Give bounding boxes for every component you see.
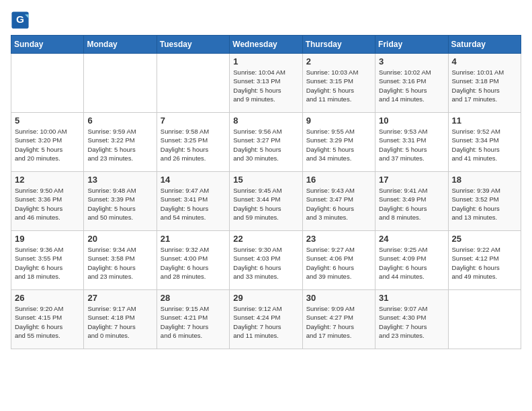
day-info: Sunrise: 9:27 AM Sunset: 4:06 PM Dayligh… [306,245,371,281]
calendar-cell: 30Sunrise: 9:09 AM Sunset: 4:27 PM Dayli… [302,290,375,349]
calendar-cell: 12Sunrise: 9:50 AM Sunset: 3:36 PM Dayli… [11,172,84,231]
day-info: Sunrise: 10:03 AM Sunset: 3:15 PM Daylig… [306,68,371,103]
day-number: 18 [452,175,517,185]
day-number: 31 [379,293,444,303]
day-info: Sunrise: 9:41 AM Sunset: 3:49 PM Dayligh… [379,186,444,222]
calendar-cell: 5Sunrise: 10:00 AM Sunset: 3:20 PM Dayli… [11,113,84,172]
calendar-cell: 29Sunrise: 9:12 AM Sunset: 4:24 PM Dayli… [230,290,302,349]
day-number: 25 [452,234,517,244]
day-number: 1 [233,56,298,66]
day-info: Sunrise: 9:09 AM Sunset: 4:27 PM Dayligh… [306,304,371,340]
calendar-cell: 24Sunrise: 9:25 AM Sunset: 4:09 PM Dayli… [375,231,448,290]
calendar-cell: 6Sunrise: 9:59 AM Sunset: 3:22 PM Daylig… [84,113,157,172]
calendar-cell: 1Sunrise: 10:04 AM Sunset: 3:13 PM Dayli… [230,54,302,113]
day-info: Sunrise: 9:48 AM Sunset: 3:39 PM Dayligh… [87,186,152,222]
day-number: 13 [87,175,152,185]
day-number: 30 [306,293,371,303]
calendar-cell: 20Sunrise: 9:34 AM Sunset: 3:58 PM Dayli… [84,231,157,290]
header-monday: Monday [84,36,157,54]
calendar-cell: 21Sunrise: 9:32 AM Sunset: 4:00 PM Dayli… [157,231,229,290]
day-number: 17 [379,175,444,185]
calendar-cell [157,54,229,113]
calendar-cell: 22Sunrise: 9:30 AM Sunset: 4:03 PM Dayli… [230,231,302,290]
calendar-cell: 27Sunrise: 9:17 AM Sunset: 4:18 PM Dayli… [84,290,157,349]
calendar-cell: 19Sunrise: 9:36 AM Sunset: 3:55 PM Dayli… [11,231,84,290]
day-info: Sunrise: 9:22 AM Sunset: 4:12 PM Dayligh… [452,245,517,281]
calendar-cell: 28Sunrise: 9:15 AM Sunset: 4:21 PM Dayli… [157,290,229,349]
day-number: 12 [15,175,80,185]
header-wednesday: Wednesday [230,36,302,54]
day-number: 6 [87,116,152,126]
day-info: Sunrise: 9:36 AM Sunset: 3:55 PM Dayligh… [15,245,80,281]
day-number: 16 [306,175,371,185]
calendar-cell: 15Sunrise: 9:45 AM Sunset: 3:44 PM Dayli… [230,172,302,231]
day-info: Sunrise: 9:53 AM Sunset: 3:31 PM Dayligh… [379,127,444,163]
day-info: Sunrise: 9:52 AM Sunset: 3:34 PM Dayligh… [452,127,517,163]
calendar-cell: 2Sunrise: 10:03 AM Sunset: 3:15 PM Dayli… [302,54,375,113]
day-info: Sunrise: 9:55 AM Sunset: 3:29 PM Dayligh… [306,127,371,163]
day-info: Sunrise: 9:15 AM Sunset: 4:21 PM Dayligh… [161,304,226,340]
day-number: 24 [379,234,444,244]
day-number: 22 [233,234,298,244]
day-number: 26 [15,293,80,303]
header-tuesday: Tuesday [157,36,229,54]
day-info: Sunrise: 9:17 AM Sunset: 4:18 PM Dayligh… [87,304,152,340]
calendar-cell: 23Sunrise: 9:27 AM Sunset: 4:06 PM Dayli… [302,231,375,290]
day-info: Sunrise: 9:07 AM Sunset: 4:30 PM Dayligh… [379,304,444,340]
week-row-5: 26Sunrise: 9:20 AM Sunset: 4:15 PM Dayli… [11,290,521,349]
page-header: G [11,11,521,30]
day-info: Sunrise: 10:01 AM Sunset: 3:18 PM Daylig… [452,68,517,103]
logo: G [11,11,31,30]
calendar-cell [448,290,521,349]
calendar-cell [84,54,157,113]
day-info: Sunrise: 9:12 AM Sunset: 4:24 PM Dayligh… [233,304,298,340]
day-info: Sunrise: 10:00 AM Sunset: 3:20 PM Daylig… [15,127,80,163]
day-number: 28 [161,293,226,303]
calendar-cell: 26Sunrise: 9:20 AM Sunset: 4:15 PM Dayli… [11,290,84,349]
week-row-4: 19Sunrise: 9:36 AM Sunset: 3:55 PM Dayli… [11,231,521,290]
week-row-2: 5Sunrise: 10:00 AM Sunset: 3:20 PM Dayli… [11,113,521,172]
day-number: 4 [452,56,517,66]
calendar-cell [11,54,84,113]
header-friday: Friday [375,36,448,54]
calendar-cell: 8Sunrise: 9:56 AM Sunset: 3:27 PM Daylig… [230,113,302,172]
week-row-1: 1Sunrise: 10:04 AM Sunset: 3:13 PM Dayli… [11,54,521,113]
day-info: Sunrise: 9:59 AM Sunset: 3:22 PM Dayligh… [87,127,152,163]
day-number: 8 [233,116,298,126]
day-number: 15 [233,175,298,185]
day-number: 23 [306,234,371,244]
header-thursday: Thursday [302,36,375,54]
day-number: 19 [15,234,80,244]
day-info: Sunrise: 9:56 AM Sunset: 3:27 PM Dayligh… [233,127,298,163]
day-info: Sunrise: 9:30 AM Sunset: 4:03 PM Dayligh… [233,245,298,281]
day-info: Sunrise: 9:39 AM Sunset: 3:52 PM Dayligh… [452,186,517,222]
day-info: Sunrise: 9:47 AM Sunset: 3:41 PM Dayligh… [161,186,226,222]
day-info: Sunrise: 9:34 AM Sunset: 3:58 PM Dayligh… [87,245,152,281]
day-number: 21 [161,234,226,244]
day-info: Sunrise: 9:25 AM Sunset: 4:09 PM Dayligh… [379,245,444,281]
day-number: 2 [306,56,371,66]
calendar-cell: 13Sunrise: 9:48 AM Sunset: 3:39 PM Dayli… [84,172,157,231]
header-saturday: Saturday [448,36,521,54]
day-info: Sunrise: 9:32 AM Sunset: 4:00 PM Dayligh… [161,245,226,281]
calendar-cell: 18Sunrise: 9:39 AM Sunset: 3:52 PM Dayli… [448,172,521,231]
calendar-cell: 25Sunrise: 9:22 AM Sunset: 4:12 PM Dayli… [448,231,521,290]
calendar-cell: 9Sunrise: 9:55 AM Sunset: 3:29 PM Daylig… [302,113,375,172]
day-info: Sunrise: 9:50 AM Sunset: 3:36 PM Dayligh… [15,186,80,222]
day-number: 27 [87,293,152,303]
calendar-cell: 11Sunrise: 9:52 AM Sunset: 3:34 PM Dayli… [448,113,521,172]
day-info: Sunrise: 9:58 AM Sunset: 3:25 PM Dayligh… [161,127,226,163]
day-number: 7 [161,116,226,126]
week-row-3: 12Sunrise: 9:50 AM Sunset: 3:36 PM Dayli… [11,172,521,231]
calendar-cell: 17Sunrise: 9:41 AM Sunset: 3:49 PM Dayli… [375,172,448,231]
day-number: 5 [15,116,80,126]
calendar-cell: 10Sunrise: 9:53 AM Sunset: 3:31 PM Dayli… [375,113,448,172]
calendar-cell: 4Sunrise: 10:01 AM Sunset: 3:18 PM Dayli… [448,54,521,113]
day-number: 14 [161,175,226,185]
day-number: 20 [87,234,152,244]
day-info: Sunrise: 10:02 AM Sunset: 3:16 PM Daylig… [379,68,444,103]
day-info: Sunrise: 9:43 AM Sunset: 3:47 PM Dayligh… [306,186,371,222]
header-sunday: Sunday [11,36,84,54]
day-number: 3 [379,56,444,66]
svg-text:G: G [16,13,24,25]
